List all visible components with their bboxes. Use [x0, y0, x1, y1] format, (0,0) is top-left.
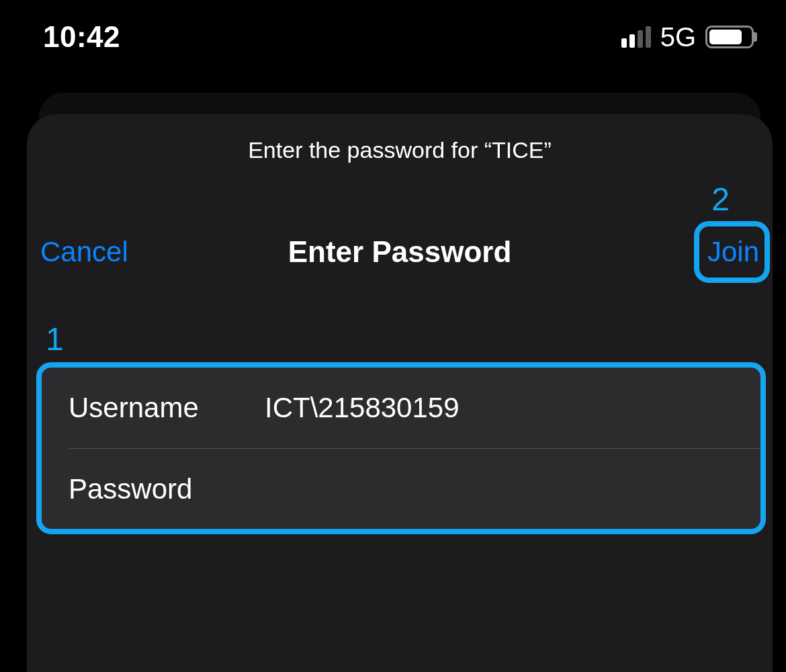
username-field[interactable] — [265, 392, 734, 424]
cancel-button[interactable]: Cancel — [38, 228, 131, 276]
sheet-header: Cancel Enter Password 2 Join — [27, 228, 773, 276]
password-sheet: Enter the password for “TICE” Cancel Ent… — [27, 114, 773, 672]
credentials-form: Username Password — [36, 362, 766, 534]
password-field[interactable] — [265, 473, 734, 505]
password-row[interactable]: Password — [69, 448, 760, 529]
battery-icon — [705, 26, 754, 48]
annotation-number-2: 2 — [711, 181, 730, 218]
network-type: 5G — [660, 22, 696, 52]
cellular-signal-icon — [621, 26, 651, 48]
annotation-number-1: 1 — [46, 321, 64, 358]
status-bar: 10:42 5G — [0, 0, 786, 74]
status-right: 5G — [621, 22, 754, 52]
sheet-title: Enter Password — [288, 235, 512, 269]
status-time: 10:42 — [43, 20, 120, 54]
join-button[interactable]: Join — [705, 228, 762, 276]
sheet-subtitle: Enter the password for “TICE” — [27, 137, 773, 163]
username-row[interactable]: Username — [42, 368, 760, 448]
password-label: Password — [69, 473, 236, 505]
username-label: Username — [69, 392, 236, 424]
